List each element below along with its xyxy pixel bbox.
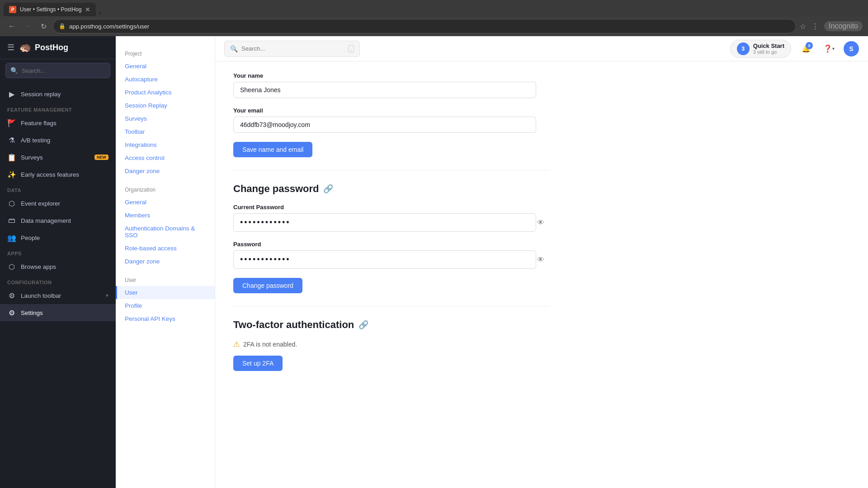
current-password-input[interactable] xyxy=(233,213,536,232)
search-input[interactable] xyxy=(241,45,344,52)
change-password-link-icon[interactable]: 🔗 xyxy=(323,184,333,194)
sidebar-item-surveys[interactable]: 📋 Surveys NEW xyxy=(0,149,116,166)
sidebar-item-browse-apps[interactable]: ⬡ Browse apps xyxy=(0,258,116,275)
settings-nav-product-analytics[interactable]: Product Analytics xyxy=(116,86,215,99)
tab-favicon: P xyxy=(9,6,16,13)
change-password-button[interactable]: Change password xyxy=(233,278,302,293)
sidebar-item-event-explorer[interactable]: ⬡ Event explorer xyxy=(0,195,116,212)
back-button[interactable]: ← xyxy=(5,20,18,32)
settings-nav-autocapture[interactable]: Autocapture xyxy=(116,73,215,86)
settings-nav-danger-zone-project[interactable]: Danger zone xyxy=(116,164,215,178)
forward-button[interactable]: → xyxy=(22,20,34,32)
sidebar-item-people[interactable]: 👥 People xyxy=(0,229,116,246)
sidebar-item-label: Surveys xyxy=(21,154,90,161)
search-shortcut: . xyxy=(348,45,354,52)
current-password-toggle-icon[interactable]: 👁 xyxy=(537,219,544,227)
address-bar[interactable]: 🔒 app.posthog.com/settings/user xyxy=(53,19,796,33)
star-icon[interactable]: ☆ xyxy=(800,22,806,31)
logo-text: PostHog xyxy=(35,43,68,52)
sidebar-item-session-replay[interactable]: ▶ Session replay xyxy=(0,85,116,103)
top-bar: 🔍 . 3 Quick Start 3 still to go 🔔 0 xyxy=(215,36,868,61)
setup-2fa-button[interactable]: Set up 2FA xyxy=(233,356,283,371)
browser-toolbar: ← → ↻ 🔒 app.posthog.com/settings/user ☆ … xyxy=(0,16,868,36)
your-email-label: Your email xyxy=(233,107,550,114)
ab-testing-icon: ⚗ xyxy=(7,136,16,145)
data-section-label: DATA xyxy=(0,183,116,195)
browser-menu-icon[interactable]: ⋮ xyxy=(811,22,819,31)
active-tab[interactable]: P User • Settings • PostHog ✕ xyxy=(4,3,96,16)
people-icon: 👥 xyxy=(7,233,16,242)
new-password-input[interactable] xyxy=(233,250,536,269)
quickstart-title: Quick Start xyxy=(753,42,784,49)
sidebar-item-ab-testing[interactable]: ⚗ A/B testing xyxy=(0,131,116,149)
settings-icon: ⚙ xyxy=(7,308,16,317)
settings-nav-integrations[interactable]: Integrations xyxy=(116,138,215,151)
save-name-email-button[interactable]: Save name and email xyxy=(233,142,312,157)
sidebar-item-label: People xyxy=(21,235,108,241)
warning-icon: ⚠ xyxy=(233,340,240,348)
settings-nav-user[interactable]: User xyxy=(116,286,215,299)
browse-apps-icon: ⬡ xyxy=(7,262,16,271)
your-name-group: Your name xyxy=(233,72,550,98)
settings-nav-general-org[interactable]: General xyxy=(116,196,215,209)
data-management-icon: 🗃 xyxy=(7,216,16,225)
sidebar-item-settings[interactable]: ⚙ Settings xyxy=(0,304,116,321)
tab-title: User • Settings • PostHog xyxy=(20,6,81,13)
two-factor-link-icon[interactable]: 🔗 xyxy=(359,320,368,330)
sidebar-search-input[interactable] xyxy=(22,67,105,74)
settings-nav-auth-domains[interactable]: Authentication Domains & SSO xyxy=(116,222,215,242)
sidebar: ☰ 🦔 PostHog 🔍 ▶ Session replay FEATURE M… xyxy=(0,36,116,488)
sidebar-item-early-access[interactable]: ✨ Early access features xyxy=(0,166,116,183)
sidebar-item-label: Settings xyxy=(21,310,108,316)
settings-nav-toolbar[interactable]: Toolbar xyxy=(116,125,215,138)
new-password-toggle-icon[interactable]: 👁 xyxy=(537,256,544,264)
settings-nav-personal-api-keys[interactable]: Personal API Keys xyxy=(116,312,215,325)
current-password-group: Current Password 👁 xyxy=(233,204,550,232)
help-button[interactable]: ❓▾ xyxy=(821,41,836,56)
sidebar-item-launch-toolbar[interactable]: ⚙ Launch toolbar ▾ xyxy=(0,287,116,304)
notifications-button[interactable]: 🔔 0 xyxy=(798,41,814,56)
org-section: Organization General Members Authenticat… xyxy=(116,179,215,270)
new-tab-button[interactable]: + xyxy=(98,9,101,16)
quickstart-text: Quick Start 3 still to go xyxy=(753,42,784,55)
org-group-label: Organization xyxy=(116,181,215,196)
lock-icon: 🔒 xyxy=(59,23,66,29)
change-password-title: Change password 🔗 xyxy=(233,183,550,195)
project-group-label: Project xyxy=(116,45,215,60)
reload-button[interactable]: ↻ xyxy=(38,20,49,33)
sidebar-item-label: Event explorer xyxy=(21,200,108,207)
quickstart-sub: 3 still to go xyxy=(753,49,784,55)
notification-badge: 0 xyxy=(806,42,813,49)
settings-nav-role-based-access[interactable]: Role-based access xyxy=(116,242,215,255)
sidebar-item-label: A/B testing xyxy=(21,137,108,144)
settings-nav-session-replay[interactable]: Session Replay xyxy=(116,99,215,112)
early-access-icon: ✨ xyxy=(7,170,16,179)
sidebar-item-feature-flags[interactable]: 🚩 Feature flags xyxy=(0,114,116,131)
sidebar-item-label: Early access features xyxy=(21,171,108,178)
settings-nav-members[interactable]: Members xyxy=(116,209,215,222)
settings-nav-general-project[interactable]: General xyxy=(116,60,215,73)
quick-start-button[interactable]: 3 Quick Start 3 still to go xyxy=(730,40,791,58)
sidebar-search-box[interactable]: 🔍 xyxy=(5,63,110,78)
url-text: app.posthog.com/settings/user xyxy=(69,23,790,30)
your-name-input[interactable] xyxy=(233,82,536,98)
change-password-heading: Change password xyxy=(233,183,319,195)
sidebar-item-label: Data management xyxy=(21,217,108,224)
current-password-wrapper: 👁 xyxy=(233,213,550,232)
user-avatar[interactable]: S xyxy=(844,41,859,56)
search-icon: 🔍 xyxy=(230,45,238,52)
divider-2 xyxy=(233,306,550,306)
your-email-input[interactable] xyxy=(233,117,536,133)
sidebar-item-label: Feature flags xyxy=(21,120,108,127)
tab-close-button[interactable]: ✕ xyxy=(85,6,90,13)
sidebar-item-data-management[interactable]: 🗃 Data management xyxy=(0,212,116,229)
settings-nav-surveys[interactable]: Surveys xyxy=(116,112,215,125)
settings-nav-profile[interactable]: Profile xyxy=(116,299,215,312)
settings-nav-access-control[interactable]: Access control xyxy=(116,151,215,164)
sidebar-toggle-icon[interactable]: ☰ xyxy=(7,42,14,52)
user-group-label: User xyxy=(116,272,215,286)
topbar-search[interactable]: 🔍 . xyxy=(224,41,360,57)
sidebar-item-label: Launch toolbar xyxy=(21,292,101,299)
surveys-icon: 📋 xyxy=(7,153,16,162)
settings-nav-danger-zone-org[interactable]: Danger zone xyxy=(116,255,215,268)
